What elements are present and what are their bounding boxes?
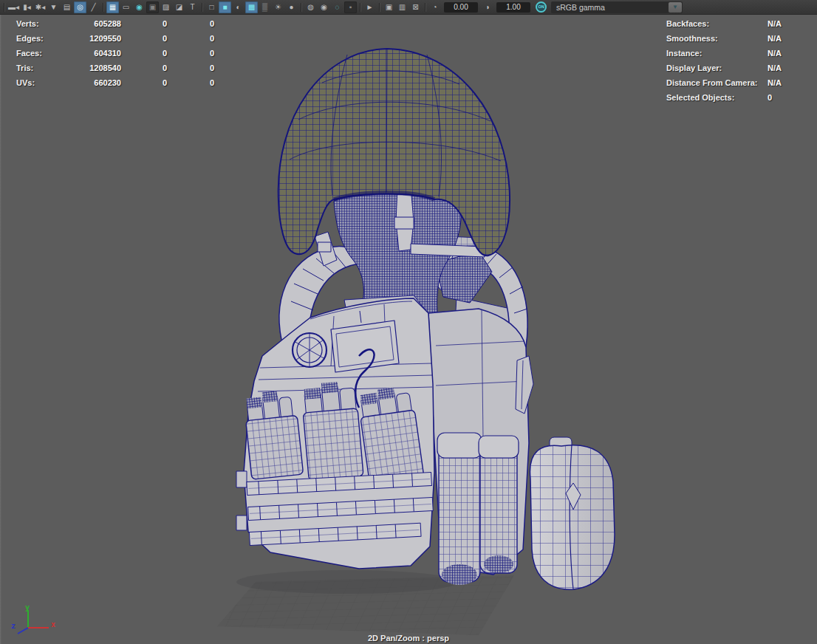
hud-stat-row: Tris:120854000: [16, 61, 214, 75]
viewport-toolbar: ▬◂▮◂✱◂▼▤◎╱▦▭◉▣▨◪T□■◐▩▒☀●◍◉◌▪►▣▥⊠◔0.00◑1.…: [0, 0, 817, 15]
hud-stat-col3: 0: [167, 34, 214, 43]
exposure-field[interactable]: 0.00: [444, 2, 478, 13]
shadows-icon[interactable]: ●: [285, 1, 298, 13]
film-gate-icon[interactable]: ▭: [120, 1, 132, 13]
hud-stat-col2: 0: [121, 49, 167, 58]
hud-stat-label: Edges:: [16, 34, 72, 43]
hud-detail-row: Smoothness:N/A: [666, 31, 782, 46]
mag-pouch-cluster-center: [301, 380, 363, 481]
hud-stat-label: Tris:: [16, 64, 72, 72]
hud-stat-col3: 0: [167, 64, 214, 72]
copy-view-icon[interactable]: ▥: [396, 1, 408, 13]
image-plane-icon[interactable]: ▤: [61, 1, 73, 13]
hud-stat-row: Verts:60528800: [16, 16, 214, 31]
molle-webbing-rows: [247, 472, 434, 545]
camera-attributes-icon[interactable]: ✱◂: [34, 1, 47, 13]
toolbar-separator: [298, 2, 304, 13]
textured-mode-icon[interactable]: ▩: [245, 1, 258, 13]
hud-detail-value: N/A: [768, 19, 782, 28]
y-axis-label: y: [25, 604, 30, 612]
multisample-icon[interactable]: ▪: [344, 1, 357, 13]
hud-detail-value: N/A: [768, 49, 782, 58]
grid-icon[interactable]: ▦: [106, 1, 119, 13]
hud-detail-label: Instance:: [666, 49, 768, 58]
color-management-toggle[interactable]: ON: [536, 1, 547, 13]
camera-status-label: 2D Pan/Zoom : persp: [0, 634, 817, 643]
panel-edge-highlight: [0, 15, 1, 644]
default-material-icon[interactable]: ▒: [259, 1, 271, 13]
safe-title-icon[interactable]: T: [186, 1, 199, 13]
hud-detail-row: Instance:N/A: [666, 46, 782, 61]
hud-stat-col3: 0: [167, 78, 214, 87]
soldier-bust-model[interactable]: [236, 49, 615, 589]
hud-detail-label: Selected Objects:: [666, 93, 768, 102]
toolbar-separator: [423, 2, 428, 13]
wireframe-mode-icon[interactable]: □: [205, 1, 218, 13]
hud-stat-row: Faces:60431000: [16, 46, 214, 61]
chevron-down-icon[interactable]: ▼: [669, 2, 682, 13]
hud-stat-total: 1208540: [72, 64, 121, 72]
hud-stat-total: 604310: [72, 49, 121, 58]
canteen-pouch: [530, 437, 615, 589]
gamma-field[interactable]: 1.00: [496, 2, 530, 13]
field-chart-icon[interactable]: ▨: [160, 1, 172, 13]
hud-stat-row: UVs:66023000: [16, 75, 214, 90]
antenna-tab: [516, 356, 533, 414]
selection-highlight-icon[interactable]: ►: [363, 1, 376, 13]
anti-aliasing-icon[interactable]: ◌: [331, 1, 343, 13]
toolbar-separator: [100, 2, 106, 13]
exposure-icon[interactable]: ◔: [428, 1, 441, 13]
motion-blur-icon[interactable]: ◉: [318, 1, 330, 13]
hud-detail-row: Selected Objects:0: [666, 90, 782, 105]
colorspace-dropdown-value: sRGB gamma: [551, 3, 669, 12]
select-camera-icon[interactable]: ▬◂: [7, 1, 20, 13]
hud-stat-label: Verts:: [16, 19, 72, 28]
toolbar-separator: [377, 2, 382, 13]
hud-stat-total: 660230: [72, 78, 121, 87]
hud-stat-col3: 0: [167, 49, 214, 58]
hud-stat-col2: 0: [121, 64, 167, 72]
safe-action-icon[interactable]: ◪: [173, 1, 185, 13]
occlusion-icon[interactable]: ◍: [304, 1, 317, 13]
isolate-select-icon[interactable]: ▣: [383, 1, 395, 13]
side-molle-pouches: [437, 433, 519, 585]
contact-shadow: [236, 570, 458, 594]
toolbar-separator: [358, 2, 363, 13]
bookmarks-icon[interactable]: ▼: [47, 1, 60, 13]
hud-stat-col2: 0: [121, 19, 167, 28]
pan-zoom-icon[interactable]: ◎: [74, 1, 86, 13]
contrast-icon[interactable]: ◑: [481, 1, 493, 13]
toolbar-separator: [199, 2, 205, 13]
hud-stat-total: 1209550: [72, 34, 121, 43]
hud-detail-label: Backfaces:: [666, 19, 768, 28]
z-axis-label: z: [11, 622, 16, 630]
hud-stat-col2: 0: [121, 78, 167, 87]
gate-mask-icon[interactable]: ▣: [146, 1, 159, 13]
z-axis-line: [18, 628, 28, 634]
hud-detail-label: Smoothness:: [666, 34, 768, 43]
resolution-gate-icon[interactable]: ◉: [133, 1, 146, 13]
lock-camera-icon[interactable]: ▮◂: [21, 1, 33, 13]
hud-detail-value: N/A: [768, 78, 782, 87]
hud-detail-row: Display Layer:N/A: [666, 61, 782, 75]
hud-stat-label: Faces:: [16, 49, 72, 58]
region-zoom-icon[interactable]: ⊠: [409, 1, 422, 13]
hud-stat-label: UVs:: [16, 78, 72, 87]
hud-stat-col2: 0: [121, 34, 167, 43]
hud-detail-label: Distance From Camera:: [666, 78, 768, 87]
shaded-mode-icon[interactable]: ■: [219, 1, 231, 13]
toolbar-separator: [1, 2, 7, 13]
colorspace-dropdown[interactable]: sRGB gamma▼: [551, 1, 683, 13]
lighting-icon[interactable]: ☀: [272, 1, 284, 13]
grease-pencil-icon[interactable]: ╱: [87, 1, 100, 13]
hud-detail-value: 0: [768, 93, 782, 102]
hud-stat-col3: 0: [167, 19, 214, 28]
hud-detail-value: N/A: [768, 34, 782, 43]
hud-detail-row: Backfaces:N/A: [666, 16, 782, 31]
hud-stat-total: 605288: [72, 19, 121, 28]
maya-viewport-window: { "colors":{ "vp-bg":"#5c5c5c","tb-bg":"…: [0, 0, 817, 644]
hud-poly-count: Verts:60528800Edges:120955000Faces:60431…: [16, 16, 214, 90]
wireframe-on-shaded-icon[interactable]: ◐: [232, 1, 245, 13]
hud-detail-label: Display Layer:: [666, 64, 768, 72]
hud-detail-row: Distance From Camera:N/A: [666, 75, 782, 90]
